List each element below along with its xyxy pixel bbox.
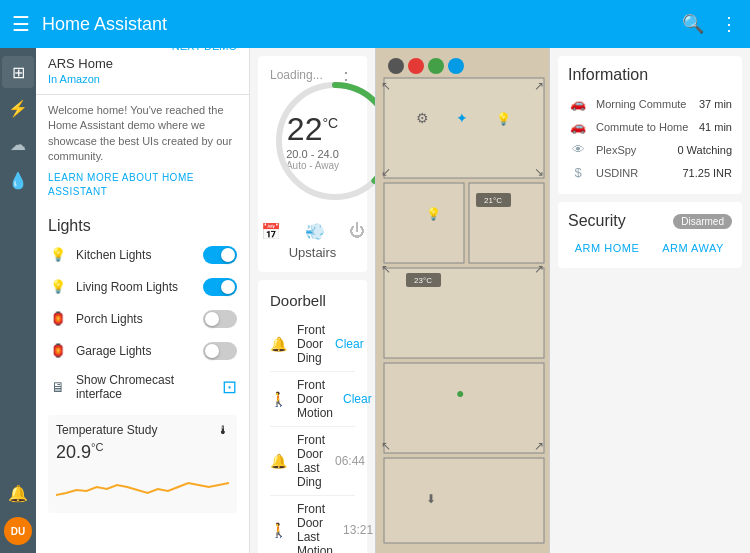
left-nav: ⊞ ⚡ ☁ 💧 🔔 DU xyxy=(0,48,36,553)
nav-icon-lightning[interactable]: ⚡ xyxy=(2,92,34,124)
svg-text:●: ● xyxy=(456,385,464,401)
doorbell-label-ding: Front Door Ding xyxy=(297,323,325,365)
menu-icon[interactable]: ☰ xyxy=(12,12,30,36)
nav-icon-water[interactable]: 💧 xyxy=(2,164,34,196)
svg-text:↗: ↗ xyxy=(534,262,544,276)
security-buttons: ARM HOME ARM AWAY xyxy=(568,238,732,258)
garage-lights-toggle[interactable] xyxy=(203,342,237,360)
porch-lights-toggle[interactable] xyxy=(203,310,237,328)
next-demo-button[interactable]: NEXT DEMO xyxy=(172,48,237,52)
doorbell-title: Doorbell xyxy=(270,292,355,309)
commute-home-label: Commute to Home xyxy=(596,121,691,133)
learn-more-link[interactable]: LEARN MORE ABOUT HOME ASSISTANT xyxy=(48,171,237,199)
doorbell-label-last-motion: Front Door Last Motion xyxy=(297,502,333,553)
svg-text:✦: ✦ xyxy=(456,110,468,126)
app-header: ☰ Home Assistant 🔍 ⋮ xyxy=(0,0,750,48)
doorbell-label-last-ding: Front Door Last Ding xyxy=(297,433,325,489)
floorplan-panel: 21°C 23°C ↗ ↘ ↙ ↖ ↗ ↖ ↗ ↖ ⚙ ✦ 💡 💡 xyxy=(375,48,550,553)
account-sub[interactable]: In Amazon xyxy=(48,73,100,85)
doorbell-item-motion: 🚶 Front Door Motion Clear xyxy=(270,372,355,427)
morning-commute-value: 37 min xyxy=(699,98,732,110)
light-item-garage: 🏮 Garage Lights xyxy=(36,335,249,367)
info-item-usdinr: $ USDINR 71.25 INR xyxy=(568,161,732,184)
light-icon-porch: 🏮 xyxy=(48,309,68,329)
search-icon[interactable]: 🔍 xyxy=(682,13,704,35)
doorbell-clear-ding[interactable]: Clear xyxy=(335,337,364,351)
cast-icon[interactable]: ⊡ xyxy=(222,376,237,398)
light-icon-garage: 🏮 xyxy=(48,341,68,361)
lights-title: Lights xyxy=(36,207,249,239)
light-item-kitchen: 💡 Kitchen Lights xyxy=(36,239,249,271)
info-item-morning: 🚗 Morning Commute 37 min xyxy=(568,92,732,115)
svg-rect-12 xyxy=(384,363,544,453)
light-name-porch: Porch Lights xyxy=(76,312,195,326)
doorbell-last-ding-icon: 🔔 xyxy=(270,449,287,473)
temp-study-card: Temperature Study 🌡 20.9°C xyxy=(48,415,237,513)
info-item-plexspy: 👁 PlexSpy 0 Watching xyxy=(568,138,732,161)
svg-text:↖: ↖ xyxy=(381,79,391,93)
svg-text:↗: ↗ xyxy=(534,79,544,93)
light-icon-living: 💡 xyxy=(48,277,68,297)
header-actions: 🔍 ⋮ xyxy=(682,13,738,35)
svg-rect-8 xyxy=(384,78,544,178)
information-section: Information 🚗 Morning Commute 37 min 🚗 C… xyxy=(558,56,742,194)
plexspy-label: PlexSpy xyxy=(596,144,669,156)
chromecast-name: Show Chromecast interface xyxy=(76,373,214,401)
thermostat-calendar-icon[interactable]: 📅 xyxy=(261,222,281,241)
nav-icon-grid[interactable]: ⊞ xyxy=(2,56,34,88)
thermostat-power-icon[interactable]: ⏻ xyxy=(349,222,365,241)
light-item-living: 💡 Living Room Lights xyxy=(36,271,249,303)
panel-header: ARS Home NEXT DEMO In Amazon xyxy=(36,48,249,95)
kitchen-lights-toggle[interactable] xyxy=(203,246,237,264)
more-icon[interactable]: ⋮ xyxy=(720,13,738,35)
svg-text:23°C: 23°C xyxy=(414,276,432,285)
thermostat-card: Loading... ⋮ 22°C 20.0 - 24.0 xyxy=(258,56,367,272)
thermostat-controls: 📅 💨 ⏻ xyxy=(270,222,355,241)
floorplan-svg: 21°C 23°C ↗ ↘ ↙ ↖ ↗ ↖ ↗ ↖ ⚙ ✦ 💡 💡 xyxy=(376,48,551,553)
nav-icon-notifications[interactable]: 🔔 xyxy=(2,477,34,509)
svg-text:↖: ↖ xyxy=(381,439,391,453)
welcome-message: Welcome home! You've reached the Home As… xyxy=(48,104,232,162)
morning-commute-icon: 🚗 xyxy=(568,96,588,111)
doorbell-label-motion: Front Door Motion xyxy=(297,378,333,420)
welcome-text: Welcome home! You've reached the Home As… xyxy=(36,95,249,207)
temp-study-label: Temperature Study xyxy=(56,423,157,437)
disarmed-badge[interactable]: Disarmed xyxy=(673,214,732,229)
right-panel: Information 🚗 Morning Commute 37 min 🚗 C… xyxy=(550,48,750,553)
morning-commute-label: Morning Commute xyxy=(596,98,691,110)
security-section: Security Disarmed ARM HOME ARM AWAY xyxy=(558,202,742,268)
temp-study-icon: 🌡 xyxy=(217,423,229,437)
app-body: ⊞ ⚡ ☁ 💧 🔔 DU ARS Home NEXT DEMO In Amazo… xyxy=(0,48,750,553)
svg-point-5 xyxy=(408,58,424,74)
svg-text:↘: ↘ xyxy=(534,165,544,179)
thermostat-arc-svg xyxy=(270,76,375,206)
usdinr-label: USDINR xyxy=(596,167,674,179)
usdinr-icon: $ xyxy=(568,165,588,180)
svg-text:↙: ↙ xyxy=(381,165,391,179)
nav-icon-cloud[interactable]: ☁ xyxy=(2,128,34,160)
doorbell-clear-motion[interactable]: Clear xyxy=(343,392,372,406)
thermostat-fan-icon[interactable]: 💨 xyxy=(305,222,325,241)
usdinr-value: 71.25 INR xyxy=(682,167,732,179)
info-item-commute-home: 🚗 Commute to Home 41 min xyxy=(568,115,732,138)
svg-text:💡: 💡 xyxy=(426,206,441,221)
avatar[interactable]: DU xyxy=(4,517,32,545)
svg-text:↗: ↗ xyxy=(534,439,544,453)
doorbell-motion-icon: 🚶 xyxy=(270,387,287,411)
arm-away-button[interactable]: ARM AWAY xyxy=(654,238,732,258)
doorbell-ding-icon: 🔔 xyxy=(270,332,287,356)
arm-home-button[interactable]: ARM HOME xyxy=(568,238,646,258)
light-icon-kitchen: 💡 xyxy=(48,245,68,265)
chromecast-item: 🖥 Show Chromecast interface ⊡ xyxy=(36,367,249,407)
svg-rect-13 xyxy=(384,458,544,543)
doorbell-item-ding: 🔔 Front Door Ding Clear xyxy=(270,317,355,372)
doorbell-time-ding: 06:44 xyxy=(335,454,365,468)
chromecast-icon: 🖥 xyxy=(48,377,68,397)
middle-panel: Loading... ⋮ 22°C 20.0 - 24.0 xyxy=(250,48,375,553)
security-title: Security xyxy=(568,212,626,230)
left-panel: ARS Home NEXT DEMO In Amazon Welcome hom… xyxy=(36,48,250,553)
svg-text:💡: 💡 xyxy=(496,111,511,126)
doorbell-card: Doorbell 🔔 Front Door Ding Clear 🚶 Front… xyxy=(258,280,367,553)
living-lights-toggle[interactable] xyxy=(203,278,237,296)
main-content: ARS Home NEXT DEMO In Amazon Welcome hom… xyxy=(36,48,750,553)
